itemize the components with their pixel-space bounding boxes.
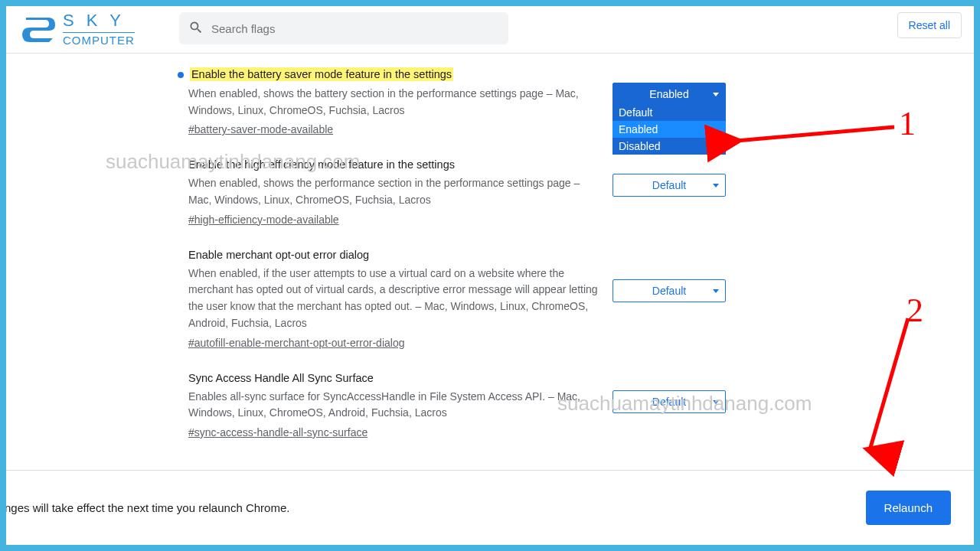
dropdown-option-default[interactable]: Default bbox=[612, 104, 726, 121]
flag-item: Enable the high efficiency mode feature … bbox=[188, 158, 727, 225]
logo-icon bbox=[18, 16, 57, 42]
flag-hash-link[interactable]: #sync-access-handle-all-sync-surface bbox=[188, 426, 368, 439]
flag-description: Enables all-sync surface for SyncAccessH… bbox=[188, 389, 602, 422]
flag-title: Sync Access Handle All Sync Surface bbox=[188, 372, 374, 384]
logo-text-bottom: COMPUTER bbox=[63, 32, 135, 46]
search-input[interactable] bbox=[211, 22, 499, 35]
dropdown-option-enabled[interactable]: Enabled bbox=[612, 121, 726, 138]
logo-text-top: S K Y bbox=[63, 12, 135, 29]
flag-item: Sync Access Handle All Sync Surface Enab… bbox=[188, 372, 727, 439]
flag-item: Enable merchant opt-out error dialog Whe… bbox=[188, 249, 727, 349]
dropdown-option-disabled[interactable]: Disabled bbox=[612, 138, 726, 155]
flag-description: When enabled, if the user attempts to us… bbox=[188, 266, 602, 332]
changed-indicator-dot bbox=[178, 72, 184, 78]
footer-message: nges will take effect the next time you … bbox=[5, 501, 289, 514]
flag-description: When enabled, shows the performance sect… bbox=[188, 175, 602, 208]
flag-title: Enable merchant opt-out error dialog bbox=[188, 249, 369, 261]
relaunch-button[interactable]: Relaunch bbox=[866, 491, 951, 525]
flag-select[interactable]: Default bbox=[612, 279, 726, 302]
flag-hash-link[interactable]: #high-efficiency-mode-available bbox=[188, 214, 339, 226]
flag-description: When enabled, shows the battery section … bbox=[188, 86, 602, 119]
flag-item: Enable the battery saver mode feature in… bbox=[188, 67, 727, 135]
reset-all-button[interactable]: Reset all bbox=[897, 12, 962, 38]
flag-select[interactable]: Enabled bbox=[612, 83, 726, 106]
flags-list: Enable the battery saver mode feature in… bbox=[6, 54, 974, 467]
footer-bar: nges will take effect the next time you … bbox=[6, 470, 974, 545]
flag-select-dropdown: Default Enabled Disabled bbox=[612, 104, 726, 155]
flag-select[interactable]: Default bbox=[612, 390, 726, 413]
flag-hash-link[interactable]: #battery-saver-mode-available bbox=[188, 123, 333, 135]
logo: S K Y COMPUTER bbox=[18, 12, 179, 46]
flag-select[interactable]: Default bbox=[612, 174, 726, 197]
search-icon bbox=[188, 20, 204, 37]
flag-title: Enable the battery saver mode feature in… bbox=[190, 67, 453, 81]
search-box[interactable] bbox=[179, 12, 508, 44]
flag-title: Enable the high efficiency mode feature … bbox=[188, 158, 455, 171]
header-bar: S K Y COMPUTER Reset all bbox=[6, 6, 974, 54]
flag-hash-link[interactable]: #autofill-enable-merchant-opt-out-error-… bbox=[188, 337, 404, 349]
